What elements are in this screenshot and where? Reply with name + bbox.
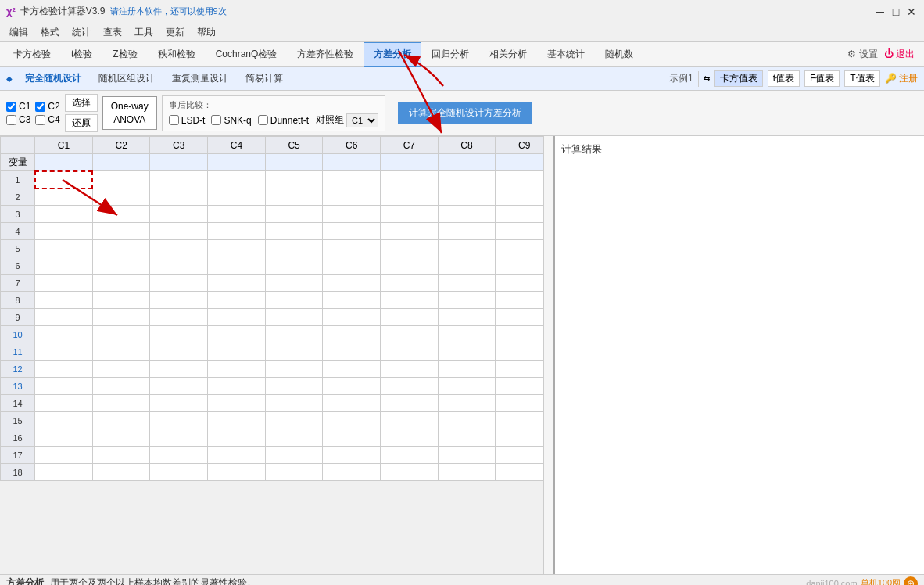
select-button[interactable]: 选择 (65, 94, 98, 112)
cell-r12-c5[interactable] (265, 361, 323, 378)
cell-r17-c5[interactable] (265, 447, 323, 464)
cell-r4-c8[interactable] (438, 223, 496, 240)
cell-r1-c6[interactable] (323, 171, 381, 188)
cell-r4-c7[interactable] (381, 223, 439, 240)
cell-r13-c1[interactable] (35, 378, 93, 395)
cell-r13-c8[interactable] (438, 378, 496, 395)
tab-cochranq[interactable]: CochranQ检验 (206, 42, 288, 67)
cell-var-c4[interactable] (208, 154, 266, 171)
cell-r16-c8[interactable] (438, 429, 496, 447)
cell-r4-c4[interactable] (208, 223, 266, 240)
menu-format[interactable]: 格式 (34, 24, 66, 41)
cell-r4-c1[interactable] (35, 223, 93, 240)
maximize-button[interactable]: □ (890, 5, 902, 18)
cell-r6-c1[interactable] (35, 257, 93, 275)
cell-r5-c7[interactable] (381, 240, 439, 257)
cell-r5-c5[interactable] (265, 240, 323, 257)
cell-var-c2[interactable] (92, 154, 150, 171)
cell-r6-c5[interactable] (265, 257, 323, 275)
cell-r7-c3[interactable] (150, 275, 208, 292)
cell-r13-c4[interactable] (208, 378, 266, 395)
cell-r1-c5[interactable] (265, 171, 323, 188)
cell-r11-c7[interactable] (381, 343, 439, 361)
cell-r18-c6[interactable] (323, 464, 381, 481)
cell-r14-c1[interactable] (35, 395, 93, 412)
cell-r17-c8[interactable] (438, 447, 496, 464)
cell-r7-c5[interactable] (265, 275, 323, 292)
cell-r2-c8[interactable] (438, 188, 496, 206)
cell-r12-c8[interactable] (438, 361, 496, 378)
cell-r16-c4[interactable] (208, 429, 266, 447)
cell-r5-c3[interactable] (150, 240, 208, 257)
cell-r10-c7[interactable] (381, 326, 439, 343)
cell-r2-c3[interactable] (150, 188, 208, 206)
cell-r9-c3[interactable] (150, 309, 208, 326)
cell-r3-c1[interactable] (35, 206, 93, 223)
control-group-select[interactable]: C1 C2 C3 C4 (346, 113, 378, 127)
cell-r7-c8[interactable] (438, 275, 496, 292)
cell-r15-c7[interactable] (381, 412, 439, 429)
cell-r9-c1[interactable] (35, 309, 93, 326)
cell-r1-c2[interactable] (92, 171, 150, 188)
col-header-c3[interactable]: C3 (150, 137, 208, 154)
tab-chisquare-val[interactable]: 卡方值表 (714, 70, 763, 87)
cell-r6-c2[interactable] (92, 257, 150, 275)
cell-var-c7[interactable] (381, 154, 439, 171)
cell-r12-c1[interactable] (35, 361, 93, 378)
cell-r16-c6[interactable] (323, 429, 381, 447)
cell-r1-c8[interactable] (438, 171, 496, 188)
cell-r15-c6[interactable] (323, 412, 381, 429)
tab-correlation[interactable]: 相关分析 (479, 42, 537, 67)
col-header-c5[interactable]: C5 (265, 137, 323, 154)
checkbox-c4[interactable] (35, 115, 45, 125)
cell-r2-c4[interactable] (208, 188, 266, 206)
cell-r11-c2[interactable] (92, 343, 150, 361)
cell-r10-c2[interactable] (92, 326, 150, 343)
cell-r6-c8[interactable] (438, 257, 496, 275)
cell-r4-c2[interactable] (92, 223, 150, 240)
cell-r6-c6[interactable] (323, 257, 381, 275)
cell-r9-c6[interactable] (323, 309, 381, 326)
cell-r18-c7[interactable] (381, 464, 439, 481)
design-block[interactable]: 随机区组设计 (91, 70, 163, 87)
cell-r12-c3[interactable] (150, 361, 208, 378)
cell-r8-c3[interactable] (150, 292, 208, 309)
cell-r8-c8[interactable] (438, 292, 496, 309)
cell-r11-c4[interactable] (208, 343, 266, 361)
cell-r15-c5[interactable] (265, 412, 323, 429)
cell-r4-c6[interactable] (323, 223, 381, 240)
calculate-button[interactable]: 计算完全随机设计方差分析 (398, 102, 532, 124)
cell-r18-c2[interactable] (92, 464, 150, 481)
close-button[interactable]: ✕ (905, 5, 918, 18)
cell-r2-c6[interactable] (323, 188, 381, 206)
cell-r8-c6[interactable] (323, 292, 381, 309)
design-repeated[interactable]: 重复测量设计 (164, 70, 236, 87)
cell-r18-c4[interactable] (208, 464, 266, 481)
checkbox-c3[interactable] (6, 115, 16, 125)
cell-r5-c1[interactable] (35, 240, 93, 257)
menu-update[interactable]: 更新 (159, 24, 191, 41)
checkbox-lsd[interactable] (169, 115, 179, 125)
cell-r8-c1[interactable] (35, 292, 93, 309)
cell-r6-c3[interactable] (150, 257, 208, 275)
cell-r2-c1[interactable] (35, 188, 93, 206)
cell-r10-c4[interactable] (208, 326, 266, 343)
checkbox-snk[interactable] (211, 115, 221, 125)
cell-r17-c1[interactable] (35, 447, 93, 464)
menu-stats[interactable]: 统计 (66, 24, 97, 41)
cell-r15-c2[interactable] (92, 412, 150, 429)
tab-chisquare[interactable]: 卡方检验 (3, 42, 61, 67)
cell-r12-c2[interactable] (92, 361, 150, 378)
tab-ranksum[interactable]: 秩和检验 (148, 42, 206, 67)
tab-anova[interactable]: 方差分析 (364, 42, 421, 67)
exit-button[interactable]: ⏻ 退出 (884, 48, 915, 61)
cell-r14-c3[interactable] (150, 395, 208, 412)
oneway-anova-button[interactable]: One-way ANOVA (102, 96, 157, 131)
cell-r3-c8[interactable] (438, 206, 496, 223)
cell-r7-c6[interactable] (323, 275, 381, 292)
cell-r13-c3[interactable] (150, 378, 208, 395)
cell-r9-c5[interactable] (265, 309, 323, 326)
col-header-c7[interactable]: C7 (381, 137, 439, 154)
cell-r15-c1[interactable] (35, 412, 93, 429)
cell-r14-c6[interactable] (323, 395, 381, 412)
